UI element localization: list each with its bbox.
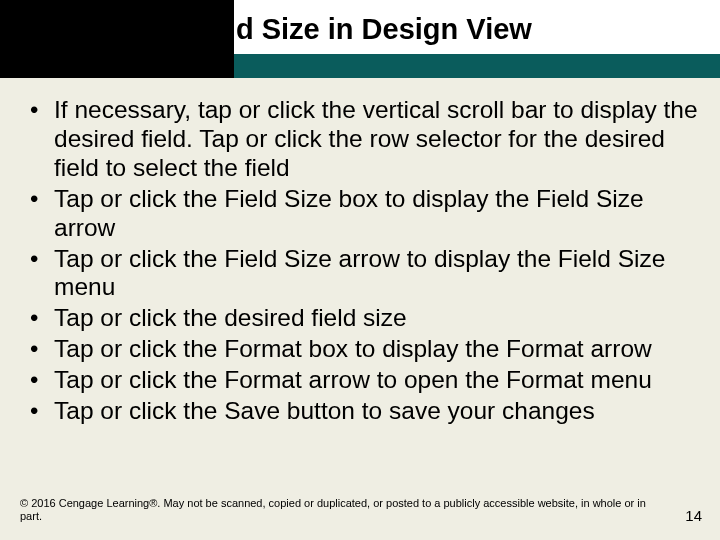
bullet-list: If necessary, tap or click the vertical … xyxy=(24,96,702,426)
list-item: Tap or click the Field Size arrow to dis… xyxy=(24,245,702,303)
slide-body: If necessary, tap or click the vertical … xyxy=(24,96,702,428)
slide: Changing a Field Size in Design View If … xyxy=(0,0,720,540)
list-item: Tap or click the Field Size box to displ… xyxy=(24,185,702,243)
list-item: If necessary, tap or click the vertical … xyxy=(24,96,702,183)
slide-footer: © 2016 Cengage Learning®. May not be sca… xyxy=(20,497,702,525)
list-item: Tap or click the Format arrow to open th… xyxy=(24,366,702,395)
slide-title: Changing a Field Size in Design View xyxy=(20,14,704,46)
page-number: 14 xyxy=(685,507,702,524)
list-item: Tap or click the Format box to display t… xyxy=(24,335,702,364)
list-item: Tap or click the Save button to save you… xyxy=(24,397,702,426)
list-item: Tap or click the desired field size xyxy=(24,304,702,333)
copyright-text: © 2016 Cengage Learning®. May not be sca… xyxy=(20,497,660,525)
title-bar: Changing a Field Size in Design View xyxy=(0,0,720,78)
